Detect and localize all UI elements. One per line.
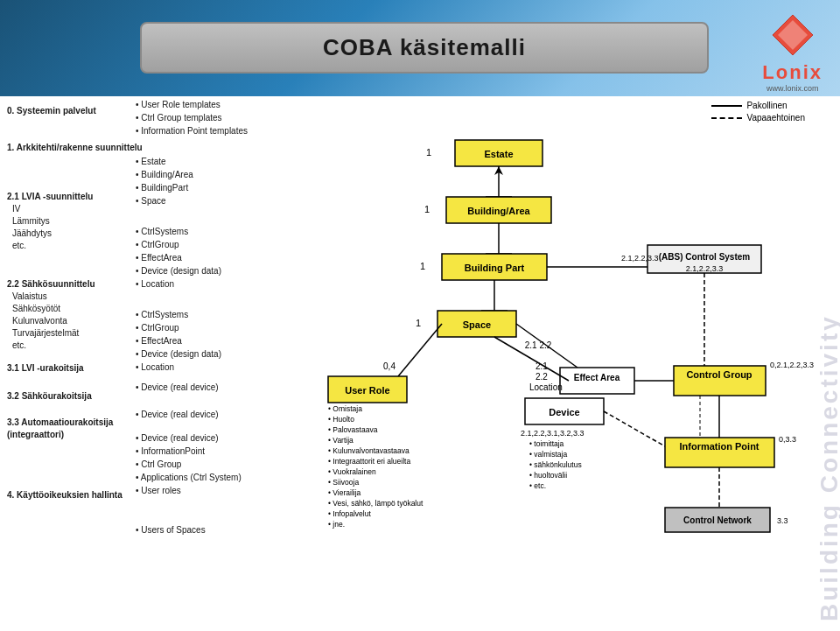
dev-item-2: • valmistaja [529,450,567,459]
n1-buildingpart: 1 [420,261,425,271]
sidebar-heading-22: 2.2 Sähkösuunnittelu [7,278,143,291]
legend-dashed-line [711,117,742,119]
control-group-label: Control Group [686,369,752,380]
abs-version: 2.1,2.2,3.3 [686,264,724,273]
sidebar-items-21: IVLämmitysJäähdytysetc. [7,203,143,252]
sidebar-heading-32: 3.2 Sähköurakoitsija [7,390,143,403]
desc-item: EffectArea [136,334,306,347]
sidebar-heading-4: 4. Käyttöoikeuksien hallinta [7,489,143,501]
sidebar-section-4: 4. Käyttöoikeuksien hallinta [7,489,143,501]
desc-group-21: CtrlSystems CtrlGroup EffectArea Device … [136,225,306,291]
legend-mandatory-label: Pakollinen [746,101,787,110]
n21-22-label: 2.1 2.2 [525,340,552,350]
ur-item-5: • Kulunvalvontavastaava [328,446,410,455]
sidebar-section-22: 2.2 Sähkösuunnittelu ValaistusSähkösyötö… [7,278,143,352]
title-box: COBA käsitemalli [140,22,709,74]
desc-group-31: Device (real device) [136,381,306,394]
desc-item: Applications (Ctrl System) [136,471,306,484]
desc-item: CtrlGroup [136,321,306,334]
building-area-label: Building/Area [467,206,530,216]
lonix-diamond-icon [771,13,815,57]
desc-item: Device (design data) [136,347,306,361]
desc-item: CtrlSystems [136,308,306,321]
desc-item: Building/Area [136,168,306,181]
sidebar-heading-21: 2.1 LVIA -suunnittelu [7,191,143,203]
ip-range: 0,3.3 [779,435,796,444]
desc-item: CtrlGroup [136,238,306,251]
ur-item-12: • jne. [328,520,345,529]
legend-mandatory: Pakollinen [711,101,805,110]
desc-item: User roles [136,484,306,497]
dev-item-5: • etc. [529,481,546,490]
ur-item-2: • Huolto [328,415,354,424]
ur-item-3: • Palovastaava [328,425,378,434]
dev-item-1: • toimittaja [529,439,564,448]
desc-item: Device (real device) [136,381,306,394]
sidebar-section-1: 1. Arkkitehti/rakenne suunnittelu [7,142,143,154]
desc-item: Device (design data) [136,264,306,277]
desc-item: Ctrl Group [136,458,306,471]
desc-group-32: Device (real device) [136,408,306,421]
diagram-svg: Estate 1 Building/Area 1 Building Part 1… [306,123,814,631]
building-part-label: Building Part [465,263,525,273]
desc-item: Device (real device) [136,431,306,445]
n1-estate: 1 [426,147,431,158]
ur-item-1: • Omistaja [328,404,362,413]
desc-group-33: Device (real device) InformationPoint Ct… [136,431,306,497]
main-content: 0. Systeemin palvelut 1. Arkkitehti/rake… [0,96,840,631]
legend-optional-label: Vapaaehtoinen [746,113,805,123]
desc-item: Location [136,361,306,374]
left-sidebar: 0. Systeemin palvelut 1. Arkkitehti/rake… [7,105,143,508]
desc-item: InformationPoint [136,445,306,458]
n04-label: 0,4 [383,361,396,371]
dev-item-3: • sähkönkulutus [529,460,582,469]
n1-space: 1 [416,318,421,328]
sidebar-heading-31: 3.1 LVI -urakoitsija [7,362,143,375]
vertical-building-connectivity: Building Connectivity [816,140,840,621]
effect-area-label: Effect Area [574,373,620,382]
desc-item: CtrlSystems [136,225,306,238]
legend-solid-line [711,105,742,107]
dev-item-4: • huoltovälii [529,471,567,480]
desc-item: Location [136,277,306,291]
legend-optional: Vapaaehtoinen [711,113,805,123]
ur-item-9: • Vierailija [328,488,361,497]
sidebar-heading-1: 1. Arkkitehti/rakenne suunnittelu [7,142,143,154]
desc-item: BuildingPart [136,181,306,194]
control-network-label: Control Network [683,515,752,525]
ur-item-6: • Integraattorit eri alueilta [328,457,410,466]
page-title: COBA käsitemalli [323,34,526,60]
ur-item-4: • Vartija [328,436,354,445]
user-role-label: User Role [345,385,389,396]
space-label: Space [463,319,491,330]
desc-item: Device (real device) [136,408,306,421]
lonix-brand: Lonix [762,61,822,84]
cn-range: 3.3 [777,516,788,525]
sidebar-section-31: 3.1 LVI -urakoitsija [7,362,143,375]
info-point-label: Information Point [679,441,759,452]
desc-group-0: User Role templates Ctrl Group templates… [136,98,306,137]
abs-label: (ABS) Control System [659,252,751,262]
desc-item: Information Point templates [136,124,306,137]
device-label: Device [549,407,579,417]
desc-group-22: CtrlSystems CtrlGroup EffectArea Device … [136,308,306,374]
sidebar-section-33: 3.3 Automaatiourakoitsija (integraattori… [7,417,143,441]
lonix-url: www.lonix.com [762,84,822,93]
cg-range: 0,2.1,2.2,3.3 [770,361,814,369]
desc-item: EffectArea [136,251,306,264]
estate-label: Estate [484,149,513,159]
location-label: Location [529,382,563,392]
sidebar-heading-0: 0. Systeemin palvelut [7,105,143,117]
desc-item: Users of Spaces [136,523,306,536]
abs-right-label: 2.1,2.2,3.3 [621,254,659,263]
n1-building: 1 [424,204,430,214]
desc-group-1: Estate Building/Area BuildingPart Space [136,155,306,207]
desc-item: User Role templates [136,98,306,111]
ur-item-10: • Vesi, sähkö, lämpö työkalut [328,499,424,508]
sidebar-section-0: 0. Systeemin palvelut [7,105,143,117]
desc-item: Ctrl Group templates [136,111,306,124]
ur-item-8: • Siivooja [328,478,359,487]
legend: Pakollinen Vapaaehtoinen [711,101,805,125]
middle-descriptions: User Role templates Ctrl Group templates… [136,96,306,542]
desc-group-4: Users of Spaces [136,523,306,536]
